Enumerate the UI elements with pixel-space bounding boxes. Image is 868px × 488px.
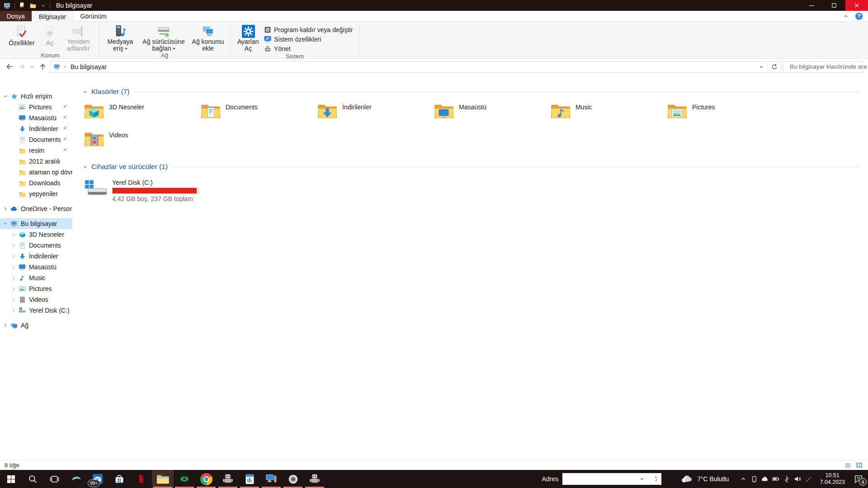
large-icons-view-button[interactable]: [854, 461, 863, 469]
map-network-drive-button[interactable]: Ağ sürücüsüne bağlan: [139, 23, 189, 52]
sidebar-item-pc-documents[interactable]: Documents: [0, 240, 72, 251]
taskbar-mail[interactable]: 99+: [87, 470, 108, 488]
search-input[interactable]: [790, 63, 868, 70]
sidebar-item-local-disk-c[interactable]: Yerel Disk (C:): [0, 305, 72, 316]
taskbar-search-button[interactable]: [22, 470, 43, 488]
minimize-ribbon-button[interactable]: [843, 13, 849, 19]
sidebar-item-desktop[interactable]: Masaüstü: [0, 113, 72, 123]
taskbar-chrome[interactable]: [195, 470, 217, 488]
qat-new-folder-button[interactable]: [28, 0, 38, 11]
pen-tray-icon[interactable]: [803, 470, 814, 488]
tab-file[interactable]: Dosya: [0, 11, 32, 21]
sidebar-item-this-pc[interactable]: Bu bilgisayar: [0, 218, 72, 229]
chevron-right-icon[interactable]: [10, 243, 17, 248]
folder-tile-desktop[interactable]: Masaüstü: [432, 101, 549, 126]
manage-button[interactable]: Yönet: [263, 44, 356, 53]
folder-tile-videos[interactable]: Videos: [82, 129, 199, 154]
folder-tile-music[interactable]: Music: [549, 101, 665, 126]
folder-tile-pictures[interactable]: Pictures: [665, 101, 782, 126]
taskbar-app-report[interactable]: [239, 470, 260, 488]
chevron-down-icon[interactable]: [639, 476, 645, 482]
access-media-button[interactable]: Medyaya eriş: [102, 23, 139, 52]
chevron-right-icon[interactable]: [10, 286, 17, 291]
action-center-button[interactable]: 4: [849, 470, 868, 488]
collapse-section-icon[interactable]: [82, 164, 88, 170]
chevron-right-icon[interactable]: [10, 265, 17, 270]
qat-customize-button[interactable]: [38, 0, 48, 11]
forward-button[interactable]: [15, 61, 28, 73]
add-network-location-button[interactable]: Ağ konumu ekle: [189, 23, 227, 52]
sidebar-item-3d-objects[interactable]: 3D Nesneler: [0, 229, 72, 240]
recent-locations-button[interactable]: [28, 61, 36, 73]
sidebar-item-videos[interactable]: Videos: [0, 294, 72, 305]
open-settings-button[interactable]: Ayarları Aç: [233, 23, 263, 52]
taskbar-app-speaker[interactable]: [282, 470, 304, 488]
sidebar-item-quick-access[interactable]: Hızlı erişim: [0, 91, 72, 102]
folder-tile-documents[interactable]: Documents: [199, 101, 316, 126]
breadcrum b-chevron-icon[interactable]: [62, 64, 67, 69]
qat-properties-button[interactable]: [17, 0, 28, 11]
sidebar-item-onedrive[interactable]: OneDrive - Personal: [0, 203, 72, 214]
sidebar-item-2012-aralik[interactable]: 2012 aralık: [0, 156, 72, 167]
sidebar-item-resim[interactable]: resim: [0, 145, 72, 156]
sidebar-item-yepyeniler[interactable]: yepyeniler: [0, 188, 72, 199]
chevron-right-icon[interactable]: [2, 323, 9, 328]
sidebar-item-network[interactable]: Ağ: [0, 320, 72, 331]
sidebar-item-music[interactable]: Music: [0, 272, 72, 283]
sidebar-item-pc-downloads[interactable]: İndirilenler: [0, 251, 72, 262]
system-properties-button[interactable]: Sistem özellikleri: [263, 35, 356, 43]
taskbar-app-webcam[interactable]: [174, 470, 195, 488]
taskbar-edge[interactable]: [65, 470, 87, 488]
taskbar-clock[interactable]: 10:51 7.04.2023: [820, 472, 845, 486]
uninstall-program-button[interactable]: Program kaldır veya değiştir: [263, 25, 356, 34]
sidebar-item-pc-desktop[interactable]: Masaüstü: [0, 262, 72, 272]
app-icon[interactable]: [4, 2, 10, 9]
task-view-button[interactable]: [43, 470, 65, 488]
chevron-right-icon[interactable]: [10, 254, 17, 259]
chevron-right-icon[interactable]: [10, 232, 17, 237]
sidebar-item-pc-pictures[interactable]: Pictures: [0, 283, 72, 294]
close-button[interactable]: [845, 0, 868, 11]
taskbar-app-robot-1[interactable]: [217, 470, 239, 488]
help-button[interactable]: ?: [855, 13, 863, 20]
properties-button[interactable]: Özellikler: [5, 23, 39, 52]
minimize-button[interactable]: [800, 0, 823, 11]
details-view-button[interactable]: [843, 461, 852, 469]
chevron-right-icon[interactable]: [10, 308, 17, 313]
tab-computer[interactable]: Bilgisayar: [32, 11, 74, 22]
up-button[interactable]: [36, 61, 49, 73]
refresh-button[interactable]: [767, 61, 781, 72]
sidebar-item-documents[interactable]: Documents: [0, 134, 72, 145]
chevron-down-icon[interactable]: [2, 94, 9, 99]
taskbar-app-computer[interactable]: [260, 470, 282, 488]
back-button[interactable]: [3, 61, 15, 73]
weather-widget[interactable]: 7°C Bulutlu: [681, 475, 729, 483]
drive-tile-local-disk-c[interactable]: Yerel Disk (C:) 4,42 GB boş, 237 GB topl…: [82, 178, 218, 204]
collapse-section-icon[interactable]: [82, 89, 88, 95]
folder-tile-3d-objects[interactable]: 3D Nesneler: [82, 101, 199, 126]
chevron-right-icon[interactable]: [2, 206, 9, 211]
start-button[interactable]: [0, 470, 22, 488]
breadcrumb-item[interactable]: Bu bilgisayar: [68, 63, 109, 70]
phone-tray-icon[interactable]: [749, 470, 760, 488]
usb-tray-icon[interactable]: [781, 470, 792, 488]
chevron-right-icon[interactable]: [10, 276, 17, 281]
taskbar-file-explorer[interactable]: [152, 470, 174, 488]
chevron-right-icon[interactable]: [10, 297, 17, 302]
show-hidden-icons-button[interactable]: [738, 470, 749, 488]
sidebar-item-downloads[interactable]: İndirilenler: [0, 123, 72, 134]
volume-tray-icon[interactable]: [792, 470, 803, 488]
taskbar-netflix[interactable]: [130, 470, 152, 488]
chevron-down-icon[interactable]: [2, 221, 9, 226]
maximize-button[interactable]: [823, 0, 845, 11]
taskbar-store[interactable]: [108, 470, 130, 488]
folder-tile-downloads[interactable]: İndirilenler: [316, 101, 432, 126]
battery-tray-icon[interactable]: [770, 470, 781, 488]
sidebar-item-pictures[interactable]: Pictures: [0, 102, 72, 113]
taskbar-app-robot-2[interactable]: [304, 470, 326, 488]
address-bar[interactable]: Bu bilgisayar: [50, 61, 781, 73]
onedrive-tray-icon[interactable]: [760, 470, 770, 488]
sidebar-item-downloads-folder[interactable]: Downloads: [0, 178, 72, 188]
address-dropdown-button[interactable]: [755, 61, 767, 72]
sidebar-item-ataman-op-dovme[interactable]: ataman op dövme: [0, 167, 72, 178]
